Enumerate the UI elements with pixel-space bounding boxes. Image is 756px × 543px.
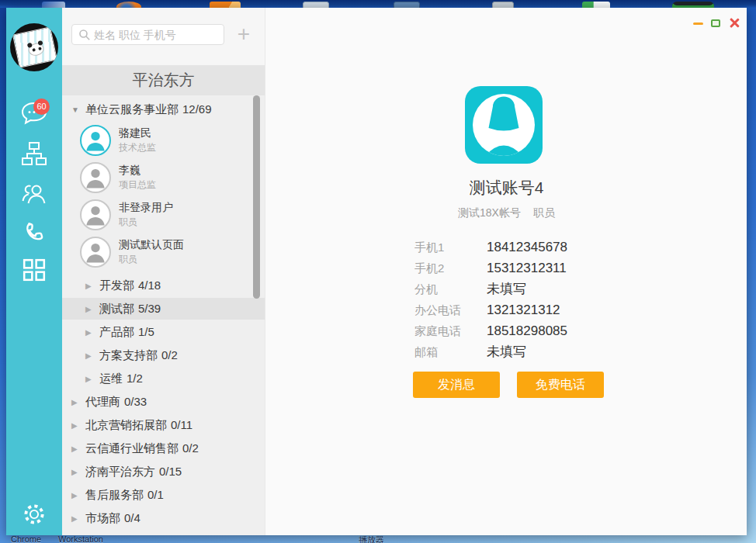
add-contact-button[interactable]: +: [231, 23, 256, 47]
dept-count: 0/1: [147, 488, 164, 501]
contact-title: 项目总监: [119, 178, 156, 192]
profile-subtitle: 测试18X帐号职员: [265, 206, 747, 220]
tree-item-dept[interactable]: ▶运维1/2: [62, 368, 265, 389]
search-input[interactable]: [94, 26, 220, 43]
field-label: 手机1: [414, 237, 444, 258]
company-name-header: 平治东方: [62, 65, 265, 95]
dept-count: 12/69: [182, 102, 212, 116]
chevron-down-icon: ▼: [71, 99, 85, 121]
field-label: 手机2: [414, 258, 444, 278]
tree-item-dept[interactable]: ▶产品部1/5: [62, 321, 265, 343]
phone-icon[interactable]: [6, 220, 62, 248]
maximize-button[interactable]: [711, 19, 720, 27]
scrollbar-thumb[interactable]: [253, 95, 260, 299]
tree-item-dept[interactable]: ▶济南平治东方0/15: [62, 461, 265, 482]
field-row: 手机2 15312312311: [265, 258, 747, 278]
field-value: 1321321312: [487, 299, 560, 320]
dept-count: 1/5: [138, 325, 154, 338]
chevron-right-icon: ▶: [71, 485, 85, 507]
apps-grid-icon[interactable]: [6, 258, 62, 285]
desktop-icon-label[interactable]: 播放器: [359, 534, 384, 543]
desktop-icon-label[interactable]: Chrome: [11, 534, 41, 543]
field-value: 15312312311: [487, 258, 567, 278]
tree-item-dept-selected[interactable]: ▶测试部5/39: [62, 298, 265, 320]
dept-label: 代理商: [85, 395, 120, 408]
field-label: 分机: [414, 278, 438, 299]
desktop-icon-fragment: [394, 2, 420, 8]
tree-root-department[interactable]: ▼单位云服务事业部12/69: [62, 99, 265, 120]
desktop-icon-label[interactable]: Workstation: [58, 534, 103, 543]
contact-title: 技术总监: [119, 141, 156, 154]
dept-label: 运维: [99, 372, 123, 385]
field-row: 邮箱 未填写: [265, 341, 747, 362]
sidebar: 60: [6, 8, 62, 535]
dept-count: 0/15: [159, 465, 182, 478]
tree-item-dept[interactable]: ▶北京营销拓展部0/11: [62, 414, 265, 436]
contact-title: 职员: [119, 216, 137, 229]
contact-avatar: [80, 237, 111, 268]
contact-name: 李巍: [119, 164, 140, 178]
contact-row[interactable]: 骆建民 技术总监: [62, 123, 265, 160]
chevron-right-icon: ▶: [71, 415, 85, 437]
close-icon[interactable]: [728, 17, 740, 29]
desktop-icon-fragment: [42, 2, 65, 8]
unread-count-badge: 60: [33, 99, 50, 115]
chevron-right-icon: ▶: [85, 345, 99, 367]
field-value: 未填写: [487, 341, 526, 362]
account-type: 测试18X帐号: [458, 206, 521, 219]
search-box: [71, 24, 224, 45]
dept-count: 4/18: [138, 278, 161, 292]
desktop-icon-fragment: [492, 2, 514, 8]
dept-count: 1/2: [127, 372, 143, 385]
send-message-button[interactable]: 发消息: [413, 372, 500, 398]
contact-name: 非登录用户: [119, 201, 173, 215]
contact-row[interactable]: 非登录用户 职员: [62, 197, 265, 234]
role-label: 职员: [533, 206, 555, 219]
field-value: 18412345678: [487, 237, 567, 258]
dept-count: 5/39: [138, 302, 161, 315]
field-row: 分机 未填写: [265, 278, 747, 299]
panda-photo: [12, 26, 57, 67]
desktop-icon-fragment: [582, 2, 610, 8]
settings-gear-icon[interactable]: [6, 502, 62, 530]
contact-avatar: [80, 199, 111, 230]
dept-count: 0/2: [182, 441, 199, 455]
contact-avatar-online: [80, 125, 111, 156]
contact-title: 职员: [119, 253, 137, 266]
contact-row[interactable]: 李巍 项目总监: [62, 160, 265, 197]
contact-name: 骆建民: [119, 126, 151, 140]
dept-label: 济南平治东方: [85, 465, 155, 478]
dept-label: 方案支持部: [99, 348, 158, 361]
dept-label: 云信通行业销售部: [85, 441, 179, 455]
field-row: 手机1 18412345678: [265, 237, 747, 258]
search-area: +: [62, 8, 265, 65]
contact-avatar: [80, 162, 111, 193]
desktop-icon-fragment: [303, 2, 329, 8]
dept-label: 售后服务部: [85, 488, 144, 501]
search-icon: [78, 29, 91, 41]
chevron-right-icon: ▶: [85, 299, 99, 320]
tree-item-dept[interactable]: ▶云信通行业销售部0/2: [62, 438, 265, 459]
contacts-icon[interactable]: [6, 182, 62, 208]
user-avatar[interactable]: [10, 23, 58, 71]
free-call-button[interactable]: 免费电话: [517, 372, 604, 398]
org-chart-icon[interactable]: [6, 140, 62, 170]
desktop-icons-strip: [0, 0, 756, 8]
desktop-icon-fragment: [116, 2, 141, 8]
field-value: 18518298085: [487, 320, 567, 341]
app-window: 60: [6, 8, 747, 535]
chevron-right-icon: ▶: [71, 462, 85, 483]
chevron-right-icon: ▶: [85, 275, 99, 297]
chevron-right-icon: ▶: [71, 508, 85, 530]
contact-row[interactable]: 测试默认页面 职员: [62, 234, 265, 272]
desktop-icon-fragment: [672, 2, 714, 8]
dept-label: 测试部: [99, 302, 134, 315]
field-label: 邮箱: [414, 341, 438, 362]
tree-item-dept[interactable]: ▶开发部4/18: [62, 275, 265, 296]
tree-item-dept[interactable]: ▶市场部0/4: [62, 507, 265, 529]
tree-item-dept[interactable]: ▶方案支持部0/2: [62, 344, 265, 366]
tree-item-dept[interactable]: ▶售后服务部0/1: [62, 484, 265, 506]
chevron-right-icon: ▶: [85, 322, 99, 344]
tree-item-dept[interactable]: ▶代理商0/33: [62, 391, 265, 413]
minimize-button[interactable]: [693, 22, 703, 25]
